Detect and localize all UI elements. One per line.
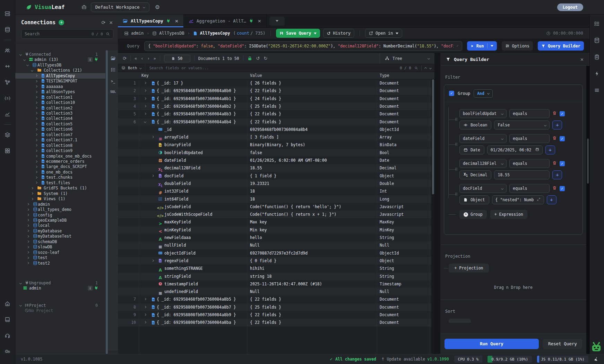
logout-button[interactable]: Logout: [557, 3, 583, 11]
filter-field-select[interactable]: boolFieldUpdat: [459, 109, 507, 118]
fields-search-input[interactable]: Search fields or values...: [145, 66, 400, 70]
tree-item[interactable]: AllTypesDB: [15, 62, 105, 68]
rail-item-headset[interactable]: [5, 327, 10, 343]
table-row[interactable]: X1doubleField19.23321Double: [118, 180, 434, 187]
table-row[interactable]: AstringFieldstring 18String: [118, 273, 434, 280]
add-condition-button[interactable]: +: [552, 170, 562, 179]
filter-value-datetime[interactable]: 01/26/2025, 06:02: [487, 145, 543, 154]
table-row[interactable]: 3{ _id: 692958468fb007360084a8b1 }{ 24 f…: [118, 95, 434, 103]
filter-operator-select[interactable]: equals: [509, 159, 550, 168]
table-row[interactable]: 1{ _id: 17 }{ 26 fields }Document: [118, 79, 434, 87]
table-row[interactable]: X1decimal128Field18.55Decimal: [118, 164, 434, 172]
delete-filter-button[interactable]: [552, 161, 557, 166]
view-item-folder-open[interactable]: [111, 56, 116, 62]
tree-item[interactable]: schemaDB: [15, 239, 105, 245]
refresh-icon[interactable]: ⟳: [123, 56, 127, 61]
table-row[interactable]: <minKeyFieldMin keyMinKey: [118, 226, 434, 234]
filter-value-json[interactable]: { "nested": Numb: [492, 195, 544, 204]
add-projection-button[interactable]: + Projection: [449, 264, 489, 273]
column-header-key[interactable]: Key: [141, 73, 149, 78]
table-row[interactable]: _id692958468fb007360084a8b4ObjectId: [118, 126, 434, 133]
scrollbar[interactable]: [431, 79, 434, 354]
trash-icon[interactable]: [552, 161, 557, 165]
page-size-input[interactable]: 50: [164, 55, 190, 62]
tab-aggregation-allt-[interactable]: Aggregation - AllT…×: [184, 15, 267, 27]
chevron-right-icon[interactable]: [31, 192, 33, 195]
filter-operator-select[interactable]: equals: [509, 109, 550, 118]
tree-item[interactable]: TESTINGIMPORT: [15, 78, 105, 84]
chevron-right-icon[interactable]: [35, 91, 37, 93]
tree-item[interactable]: geoExampleDB: [15, 217, 105, 223]
chevron-right-icon[interactable]: [35, 181, 37, 184]
tree-item[interactable]: No Project: [15, 308, 105, 313]
chevron-right-icon[interactable]: [27, 251, 29, 254]
chevron-right-icon[interactable]: [35, 80, 37, 82]
tree-item[interactable]: collection10: [15, 100, 105, 105]
tree-item[interactable]: Connected1: [15, 52, 105, 57]
tree-item[interactable]: admin: [15, 202, 105, 207]
table-row[interactable]: timestampField2025-11-26T14:02:47.000Z (…: [118, 280, 434, 288]
last-page-button[interactable]: »: [154, 56, 156, 61]
group-checkbox[interactable]: ✓: [449, 91, 454, 96]
table-row[interactable]: AnewFieldaaahelloString: [118, 234, 434, 241]
query-input[interactable]: { "boolFieldUpdated": false, "dateField"…: [144, 41, 462, 51]
rail-item-arrows-h[interactable]: [0, 58, 15, 74]
chevron-right-icon[interactable]: [35, 144, 37, 147]
tree-item[interactable]: collection2: [15, 105, 105, 111]
add-group-button[interactable]: +Group: [459, 210, 487, 219]
chevron-right-icon[interactable]: [35, 117, 37, 120]
filter-enabled-checkbox[interactable]: ✓: [560, 111, 565, 116]
filter-value-select[interactable]: False: [494, 121, 550, 130]
gear-icon[interactable]: ⚙: [155, 4, 160, 10]
tree-item[interactable]: aaaaaaa: [15, 84, 105, 89]
open-in-button[interactable]: Open in: [365, 29, 402, 38]
tree-item[interactable]: admini: [15, 285, 105, 291]
tree-item[interactable]: System (1): [15, 191, 105, 196]
chevron-right-icon[interactable]: [31, 187, 33, 189]
table-row[interactable]: 2{ _id: 692958468fb007360084a8b0 }{ 22 f…: [118, 87, 434, 95]
tree-item[interactable]: allBsonTypes: [15, 89, 105, 95]
chevron-right-icon[interactable]: [35, 166, 37, 168]
rail-item-bolt[interactable]: [594, 71, 600, 78]
query-builder-button[interactable]: Query Builder: [538, 41, 584, 51]
tree-item[interactable]: collection7: [15, 132, 105, 137]
breadcrumb-item[interactable]: admin: [124, 31, 144, 36]
first-page-button[interactable]: «: [135, 56, 137, 61]
broom-icon[interactable]: [594, 357, 598, 362]
close-icon[interactable]: ×: [175, 18, 179, 24]
filter-type-chip[interactable]: Boolean: [459, 121, 491, 130]
tree-item[interactable]: collection1: [15, 95, 105, 100]
table-row[interactable]: >maxKeyFieldMax keyMaxKey: [118, 218, 434, 226]
filter-type-chip[interactable]: Object: [459, 195, 489, 204]
tree-item[interactable]: myDatabase: [15, 228, 105, 234]
delete-filter-button[interactable]: [552, 186, 557, 191]
tree-item[interactable]: collection3: [15, 110, 105, 116]
next-page-button[interactable]: ›: [147, 56, 149, 61]
delete-filter-button[interactable]: [552, 111, 557, 116]
table-row[interactable]: dateField01/26/2025, 6:02:00 AM GMT-08:0…: [118, 157, 434, 164]
sidebar-splitter[interactable]: [106, 50, 108, 354]
tree-item[interactable]: collection9: [15, 148, 105, 153]
next-match-button[interactable]: [429, 66, 432, 69]
drag-handle-icon[interactable]: ⠿: [455, 192, 457, 196]
chevron-right-icon[interactable]: [27, 203, 29, 205]
add-condition-button[interactable]: +: [547, 195, 556, 204]
tree-item[interactable]: complex_one_mb_docs: [15, 153, 105, 159]
info-badge[interactable]: i: [88, 57, 93, 62]
tree-item[interactable]: test.chunks: [15, 175, 105, 180]
table-row[interactable]: 6{ _id: 692958468fb007360084a8b4 }{ 22 f…: [118, 118, 434, 126]
assistant-robot-icon[interactable]: [590, 341, 603, 353]
drag-handle-icon[interactable]: ⠿: [455, 142, 457, 147]
trash-icon[interactable]: [552, 111, 557, 115]
table-row[interactable]: 4{ _id: 692958468fb007360084a8b2 }{ 25 f…: [118, 103, 434, 110]
rail-item-graph[interactable]: [0, 74, 15, 90]
tree-item[interactable]: local: [15, 223, 105, 228]
tree-item[interactable]: test.files: [15, 180, 105, 186]
chevron-right-icon[interactable]: [27, 208, 29, 211]
tree-item[interactable]: Ungrouped1: [15, 280, 105, 286]
add-expression-button[interactable]: + Expression: [490, 210, 527, 219]
close-icon[interactable]: ×: [258, 18, 261, 24]
table-row[interactable]: objectIdField69270887d72297e3fc2d7d9dObj…: [118, 249, 434, 257]
view-item-sql-text[interactable]: SQL: [111, 89, 116, 95]
rail-item-layers[interactable]: [0, 127, 15, 143]
